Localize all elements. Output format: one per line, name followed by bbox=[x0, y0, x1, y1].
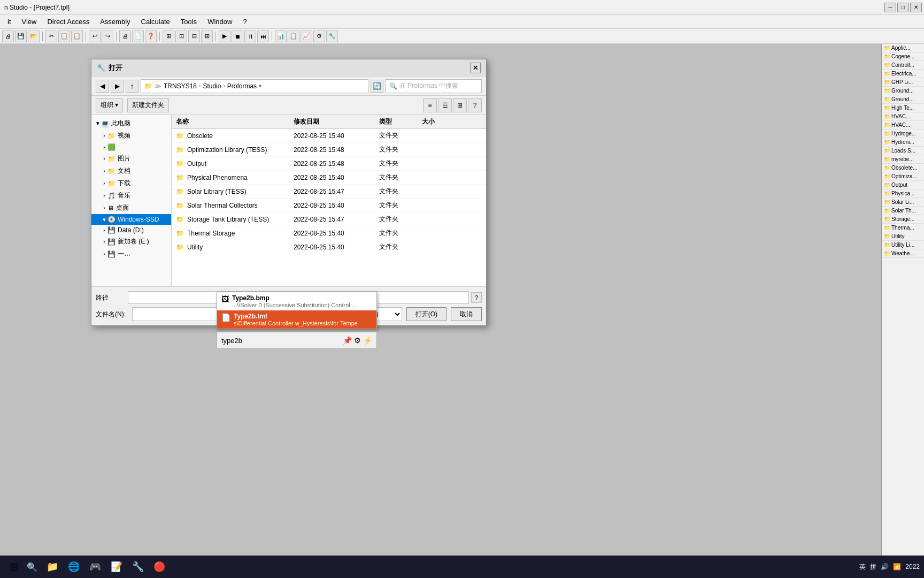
file-icon: 📁 bbox=[176, 174, 184, 181]
col-name-header[interactable]: 名称 bbox=[172, 117, 289, 126]
file-date: 2022-08-25 15:48 bbox=[289, 160, 375, 168]
dialog-title-icon: 🔧 bbox=[97, 64, 105, 72]
search-box[interactable]: 🔍 在 Proformas 中搜索 bbox=[386, 79, 482, 93]
ac-item-bmp[interactable]: 🖼 Type2b.bmp ...\\Solver 0 (Successive S… bbox=[217, 292, 376, 310]
file-type: 文件夹 bbox=[375, 242, 418, 252]
file-date: 2022-08-25 15:40 bbox=[289, 244, 375, 251]
file-name: Obsolete bbox=[187, 132, 213, 140]
file-date: 2022-08-25 15:40 bbox=[289, 230, 375, 237]
drive-icon-newe: 💾 bbox=[107, 238, 116, 246]
file-icon: 📁 bbox=[176, 244, 184, 251]
file-date: 2022-08-25 15:47 bbox=[289, 216, 375, 223]
file-list-row[interactable]: 📁 Obsolete 2022-08-25 15:40 文件夹 bbox=[172, 129, 486, 143]
tree-item-windows-ssd[interactable]: ▼ 💽 Windows-SSD bbox=[91, 214, 171, 225]
file-icon: 📁 bbox=[176, 216, 184, 223]
file-type: 文件夹 bbox=[375, 187, 418, 196]
dialog-title-text: 打开 bbox=[109, 63, 122, 73]
file-list-row[interactable]: 📁 Physical Phenomena 2022-08-25 15:40 文件… bbox=[172, 171, 486, 185]
file-type: 文件夹 bbox=[375, 145, 418, 154]
file-list-row[interactable]: 📁 Solar Library (TESS) 2022-08-25 15:47 … bbox=[172, 185, 486, 199]
file-name: Physical Phenomena bbox=[187, 174, 248, 181]
file-date: 2022-08-25 15:47 bbox=[289, 188, 375, 195]
open-button[interactable]: 打开(O) bbox=[406, 307, 446, 321]
tree-item-docs[interactable]: › 📁 文档 bbox=[91, 165, 171, 177]
file-list-row[interactable]: 📁 Optimization Library (TESS) 2022-08-25… bbox=[172, 143, 486, 157]
dialog-toolbar: 组织 ▾ 新建文件夹 ≡ ☰ ⊞ ? bbox=[91, 96, 486, 115]
tree-item-newe[interactable]: › 💾 新加卷 (E:) bbox=[91, 235, 171, 248]
folder-icon-music: 🎵 bbox=[107, 192, 116, 200]
folder-icon-pictures: 📁 bbox=[107, 155, 116, 163]
nav-tree: ▼ 💻 此电脑 › 📁 视频 › 🟩 bbox=[91, 115, 172, 286]
file-type: 文件夹 bbox=[375, 131, 418, 140]
autocomplete-dropdown: 🖼 Type2b.bmp ...\\Solver 0 (Successive S… bbox=[217, 292, 377, 329]
refresh-button[interactable]: 🔄 bbox=[371, 80, 383, 93]
file-type: 文件夹 bbox=[375, 229, 418, 238]
dialog-overlay: 🔧 打开 ✕ ◀ ▶ ↑ 📁 ≫ TRNSYS18 › Studio › Pro… bbox=[0, 0, 924, 578]
addr-sep1: ≫ bbox=[155, 82, 161, 90]
tree-item-pictures[interactable]: › 📁 图片 bbox=[91, 153, 171, 165]
view-list-button[interactable]: ☰ bbox=[438, 98, 452, 112]
folder-icon-downloads: 📁 bbox=[107, 180, 116, 187]
file-list-row[interactable]: 📁 Thermal Storage 2022-08-25 15:40 文件夹 bbox=[172, 226, 486, 240]
tree-item-desktop[interactable]: › 🖥 桌面 bbox=[91, 202, 171, 214]
file-list-row[interactable]: 📁 Utility 2022-08-25 15:40 文件夹 bbox=[172, 240, 486, 254]
addr-studio[interactable]: Studio bbox=[203, 82, 221, 90]
file-date: 2022-08-25 15:40 bbox=[289, 132, 375, 140]
col-type-header[interactable]: 类型 bbox=[375, 117, 418, 126]
file-list-row[interactable]: 📁 Output 2022-08-25 15:48 文件夹 bbox=[172, 157, 486, 171]
tree-item-videos[interactable]: › 📁 视频 bbox=[91, 130, 171, 142]
file-list-header: 名称 修改日期 类型 大小 bbox=[172, 115, 486, 129]
path-question-button[interactable]: ? bbox=[471, 292, 482, 303]
file-rows-container: 📁 Obsolete 2022-08-25 15:40 文件夹 📁 Optimi… bbox=[172, 129, 486, 254]
file-icon: 📁 bbox=[176, 146, 184, 154]
file-name: Solar Thermal Collectors bbox=[187, 202, 258, 209]
input-gear-icon[interactable]: ⚙ bbox=[354, 336, 361, 345]
view-buttons: ≡ ☰ ⊞ ? bbox=[423, 98, 482, 112]
addr-trnsys[interactable]: TRNSYS18 bbox=[164, 82, 197, 90]
ac-item-tmf[interactable]: 📄 Type2b.tmf s\Differential Controller w… bbox=[217, 310, 376, 329]
col-size-header[interactable]: 大小 bbox=[418, 117, 450, 126]
input-lightning-icon[interactable]: ⚡ bbox=[363, 336, 372, 345]
search-icon: 🔍 bbox=[389, 82, 397, 90]
file-date: 2022-08-25 15:40 bbox=[289, 202, 375, 209]
organize-button[interactable]: 组织 ▾ bbox=[96, 98, 123, 112]
forward-button[interactable]: ▶ bbox=[111, 80, 124, 93]
new-folder-button[interactable]: 新建文件夹 bbox=[127, 98, 169, 112]
input-bar: type2b 📌 ⚙ ⚡ bbox=[217, 332, 377, 349]
up-button[interactable]: ↑ bbox=[126, 80, 138, 93]
address-bar: ◀ ▶ ↑ 📁 ≫ TRNSYS18 › Studio › Proformas … bbox=[91, 77, 486, 96]
tree-item-computer[interactable]: ▼ 💻 此电脑 bbox=[91, 117, 171, 130]
tree-item-music[interactable]: › 🎵 音乐 bbox=[91, 189, 171, 202]
file-icon: 📁 bbox=[176, 230, 184, 237]
view-grid-button[interactable]: ⊞ bbox=[453, 98, 467, 112]
address-path[interactable]: 📁 ≫ TRNSYS18 › Studio › Proformas ▾ bbox=[141, 79, 368, 93]
cancel-button[interactable]: 取消 bbox=[451, 307, 482, 321]
file-type: 文件夹 bbox=[375, 215, 418, 224]
view-help-button[interactable]: ? bbox=[468, 98, 482, 112]
file-list-row[interactable]: 📁 Storage Tank Library (TESS) 2022-08-25… bbox=[172, 212, 486, 226]
file-name: Solar Library (TESS) bbox=[187, 188, 247, 195]
back-button[interactable]: ◀ bbox=[96, 80, 109, 93]
file-icon: 📁 bbox=[176, 188, 184, 195]
file-name: Storage Tank Library (TESS) bbox=[187, 216, 269, 223]
file-name: Output bbox=[187, 160, 206, 168]
view-details-button[interactable]: ≡ bbox=[423, 98, 437, 112]
tree-item-downloads[interactable]: › 📁 下载 bbox=[91, 177, 171, 189]
computer-icon: 💻 bbox=[101, 120, 109, 127]
col-date-header[interactable]: 修改日期 bbox=[289, 117, 375, 126]
folder-icon-videos: 📁 bbox=[107, 132, 116, 140]
dialog-body: ▼ 💻 此电脑 › 📁 视频 › 🟩 bbox=[91, 115, 486, 286]
input-pin-icon[interactable]: 📌 bbox=[343, 336, 352, 345]
ac-title-bmp: Type2b.bmp bbox=[232, 294, 360, 302]
folder-icon-desktop: 🖥 bbox=[107, 204, 114, 212]
addr-proformas[interactable]: Proformas bbox=[227, 82, 257, 90]
tree-item-iom[interactable]: › 🟩 bbox=[91, 142, 171, 153]
file-name: Utility bbox=[187, 244, 203, 251]
drive-icon-ssd: 💽 bbox=[107, 216, 116, 223]
dialog-close-button[interactable]: ✕ bbox=[470, 63, 481, 73]
tree-item-data[interactable]: › 💾 Data (D:) bbox=[91, 225, 171, 235]
tree-item-other[interactable]: › 💾 一… bbox=[91, 248, 171, 260]
filename-label: 文件名(N): bbox=[96, 310, 128, 319]
ac-sub-bmp: ...\\Solver 0 (Successive Substitution) … bbox=[232, 302, 360, 308]
file-list-row[interactable]: 📁 Solar Thermal Collectors 2022-08-25 15… bbox=[172, 199, 486, 212]
